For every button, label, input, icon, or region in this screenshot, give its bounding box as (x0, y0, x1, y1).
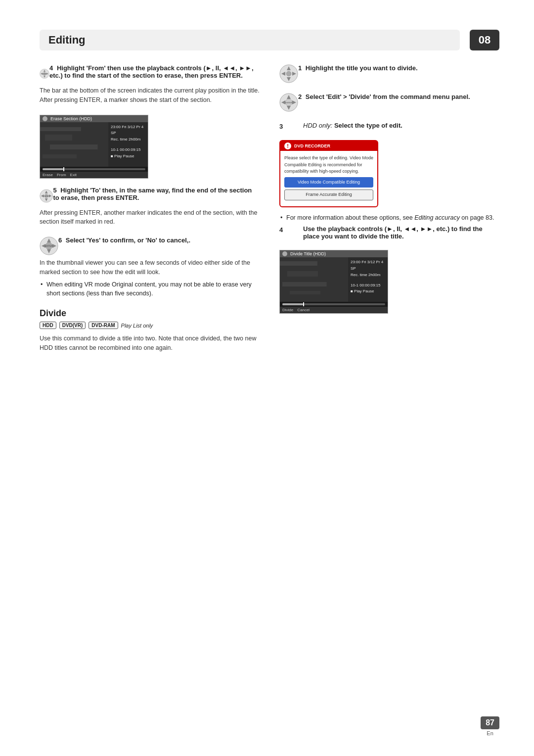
svg-rect-43 (290, 291, 320, 294)
svg-text:ENTER: ENTER (285, 101, 292, 104)
badge-dvdram: DVD-RAM (89, 322, 118, 329)
screen-2-buttons: Divide Cancel (280, 307, 388, 313)
step-3-right-bullets: For more information about these options… (279, 213, 499, 223)
divide-title: Divide (40, 308, 260, 319)
chapter-number: 08 (470, 30, 499, 50)
svg-rect-9 (45, 135, 72, 141)
dpad-icon-r1 (279, 64, 298, 83)
screen-2-titlebar: Divide Title (HDD) (280, 250, 388, 257)
screen-2-info-line3: 10-1 00:00:09:15 (351, 283, 385, 289)
step-5-header: ENTER 5 Highlight 'To' then, in the same… (40, 187, 260, 205)
step-2-right-title-text: Select 'Edit' > 'Divide' from the comman… (306, 93, 470, 100)
step-2-right-title: 2 Select 'Edit' > 'Divide' from the comm… (298, 93, 470, 100)
format-badges: HDD DVD(VR) DVD-RAM Play List only (40, 322, 260, 329)
svg-text:ENTER: ENTER (43, 73, 47, 75)
screen-2-bottom (280, 302, 388, 307)
dpad-icon-4: ENTER (40, 64, 49, 83)
video-noise-2 (280, 257, 348, 302)
screen-1-buttons: Erase From Exit (40, 172, 148, 178)
screen-2-title: Divide Title (HDD) (290, 251, 326, 256)
screen-1-info-line3: 10-1 00:00:09:15 (111, 147, 145, 153)
screen-2-info-line1: 23:00 Fri 3/12 Pr 4 SP (351, 259, 385, 272)
dpad-icon-5: ENTER (40, 187, 53, 205)
dvd-dialog-body: Please select the type of editing. Video… (280, 151, 377, 206)
screen-1-info-line2: Rec. time 2h00m (111, 137, 145, 143)
screen-2-info-line2: Rec. time 2h00m (351, 272, 385, 279)
svg-text:ENTER: ENTER (45, 245, 53, 247)
warning-icon: ! (284, 142, 291, 149)
step-1-right-title: 1 Highlight the title you want to divide… (298, 64, 418, 72)
screen-1-status: ■ Play Pause (111, 153, 145, 160)
content-columns: ENTER 4 Highlight 'From' then use the pl… (40, 64, 499, 363)
dvd-dialog-header: ! DVD RECORDER (280, 141, 377, 151)
format-note: Play List only (121, 323, 153, 329)
step-1-right-header: 1 Highlight the title you want to divide… (279, 64, 499, 83)
screen-mockup-1: Erase Section (HDD) 23: (40, 115, 148, 179)
svg-rect-8 (40, 127, 81, 131)
screen-2-video (280, 257, 348, 302)
page-container: Editing 08 (0, 0, 534, 756)
step-4-title: 4 Highlight 'From' then use the playback… (49, 64, 260, 79)
screen-1-label-from: From (57, 173, 66, 177)
screen-2-info: 23:00 Fri 3/12 Pr 4 SP Rec. time 2h00m 1… (348, 257, 388, 302)
progress-marker-1 (63, 167, 64, 171)
left-column: ENTER 4 Highlight 'From' then use the pl… (40, 64, 260, 363)
dvd-dialog-btn-video[interactable]: Video Mode Compatible Editing (284, 177, 373, 188)
step-6-title: 6 Select 'Yes' to confirm, or 'No' to ca… (58, 236, 190, 244)
page-number-area: 87 En (481, 716, 499, 736)
disc-icon-1 (43, 116, 47, 121)
step-3-right-title-text: Select the type of edit. (334, 122, 402, 129)
screen-1-info: 23:00 Fri 3/12 Pr 4 SP Rec. time 2h00m 1… (108, 122, 148, 167)
dvd-dialog-title: DVD RECORDER (294, 143, 330, 148)
step-6-bullet-1: When editing VR mode Original content, y… (40, 280, 260, 299)
dpad-icon-6: ENTER (40, 236, 58, 255)
divide-section: Divide HDD DVD(VR) DVD-RAM Play List onl… (40, 308, 260, 353)
svg-rect-40 (280, 261, 317, 266)
screen-1-title: Erase Section (HDD) (50, 116, 92, 121)
step-5-title: 5 Highlight 'To' then, in the same way, … (53, 187, 260, 201)
step-3-right-header: 3 HDD only: Select the type of edit. (279, 122, 499, 130)
screen-2-content: 23:00 Fri 3/12 Pr 4 SP Rec. time 2h00m 1… (280, 257, 388, 302)
step-4-right-title-text: Use the playback controls (►, II, ◄◄, ►►… (303, 225, 483, 240)
page-header: Editing 08 (40, 30, 499, 50)
screen-2-status: ■ Play Pause (351, 288, 385, 295)
step-3-right-bullet: For more information about these options… (279, 213, 499, 223)
step-4-left: ENTER 4 Highlight 'From' then use the pl… (40, 64, 260, 105)
step-6-header: ENTER 6 Select 'Yes' to confirm, or 'No'… (40, 236, 260, 255)
page-number: 87 (481, 716, 499, 729)
step-4-right-num: 4 (279, 225, 298, 234)
dvd-dialog-btn-frame[interactable]: Frame Accurate Editing (284, 189, 373, 200)
right-column: 1 Highlight the title you want to divide… (279, 64, 499, 363)
screen-1-bottom (40, 167, 148, 172)
divide-body: Use this command to divide a title into … (40, 334, 260, 353)
screen-2-btn1: Divide (282, 308, 293, 312)
step-3-hdd-only: HDD only: (303, 122, 332, 129)
screen-1-info-line1: 23:00 Fri 3/12 Pr 4 SP (111, 124, 145, 137)
step-2-right: ENTER 2 Select 'Edit' > 'Divide' from th… (279, 93, 499, 112)
video-noise (40, 122, 108, 167)
page-lang: En (487, 730, 493, 736)
screen-mockup-2: Divide Title (HDD) 23:00 Fri 3/12 (279, 250, 388, 314)
step-4-header: ENTER 4 Highlight 'From' then use the pl… (40, 64, 260, 83)
screen-1-btn2: Exit (70, 173, 77, 177)
screen-2-btn2: Cancel (297, 308, 310, 312)
step-6-title-text: Select 'Yes' to confirm, or 'No' to canc… (66, 236, 190, 244)
step-5-title-text: Highlight 'To' then, in the same way, fi… (53, 187, 252, 201)
svg-rect-11 (43, 154, 77, 158)
step-6-bullets: When editing VR mode Original content, y… (40, 280, 260, 299)
svg-rect-41 (287, 271, 318, 277)
dvd-dialog-text: Please select the type of editing. Video… (284, 155, 373, 175)
progress-bar-fill-2 (282, 303, 303, 305)
step-5: ENTER 5 Highlight 'To' then, in the same… (40, 187, 260, 227)
svg-point-31 (286, 71, 291, 76)
step-6-body: In the thumbnail viewer you can see a fe… (40, 258, 260, 277)
step-1-right-title-text: Highlight the title you want to divide. (306, 64, 418, 72)
step-3-right-num: 3 (279, 122, 298, 130)
screen-1-video (40, 122, 108, 167)
svg-text:ENTER: ENTER (44, 195, 50, 197)
step-3-right-title: HDD only: Select the type of edit. (303, 122, 402, 129)
step-1-right: 1 Highlight the title you want to divide… (279, 64, 499, 83)
step-4-right-title: Use the playback controls (►, II, ◄◄, ►►… (303, 225, 499, 240)
screen-1-content: 23:00 Fri 3/12 Pr 4 SP Rec. time 2h00m 1… (40, 122, 148, 167)
progress-marker-2 (303, 302, 304, 306)
